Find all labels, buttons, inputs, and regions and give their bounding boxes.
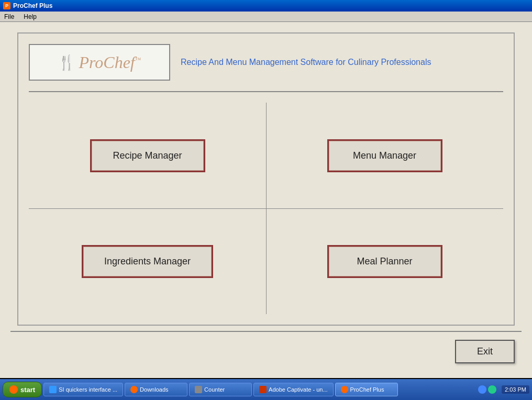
ie-taskbar-icon: [49, 386, 57, 393]
taskbar-item-counter[interactable]: Counter: [189, 383, 252, 396]
network-icon: [478, 385, 486, 394]
windows-icon: [9, 385, 18, 394]
help-menu[interactable]: Help: [21, 13, 39, 21]
header-section: 🍴 ProChef™ Recipe And Menu Management So…: [29, 44, 503, 81]
taskbar-item-captivate[interactable]: Adobe Captivate - un...: [253, 383, 334, 396]
taskbar: start SI quickers interface ... Download…: [0, 379, 532, 400]
footer-divider: [10, 331, 522, 332]
taskbar-item-counter-label: Counter: [204, 386, 225, 393]
whatsapp-icon: [488, 385, 496, 394]
clock: 2:03 PM: [502, 385, 529, 394]
taskbar-item-prochef-label: ProChef Plus: [350, 386, 384, 393]
taskbar-item-si[interactable]: SI quickers interface ...: [43, 383, 123, 396]
taskbar-item-downloads[interactable]: Downloads: [125, 383, 187, 396]
logo-box: 🍴 ProChef™: [29, 44, 170, 81]
subtitle-text: Recipe And Menu Management Software for …: [181, 58, 431, 67]
menu-bar: File Help: [0, 12, 532, 22]
header-divider: [29, 91, 503, 92]
fork-icon: 🍴: [58, 54, 76, 71]
menu-manager-button[interactable]: Menu Manager: [327, 139, 442, 172]
app-icon: P: [3, 2, 10, 9]
meal-planner-button[interactable]: Meal Planner: [327, 245, 442, 278]
content-panel: 🍴 ProChef™ Recipe And Menu Management So…: [17, 32, 515, 326]
ingredients-manager-button[interactable]: Ingredients Manager: [82, 245, 213, 278]
taskbar-right: 2:03 PM: [478, 385, 529, 394]
quadrant-bottom-left: Ingredients Manager: [29, 208, 266, 314]
quadrant-top-right: Menu Manager: [266, 103, 503, 208]
start-button[interactable]: start: [3, 382, 42, 397]
logo-text: ProChef™: [79, 53, 141, 72]
exit-button[interactable]: Exit: [455, 340, 515, 363]
system-tray-icons: [478, 385, 496, 394]
prochef-taskbar-icon: [341, 386, 348, 393]
firefox-taskbar-icon: [130, 386, 138, 393]
captivate-taskbar-icon: [259, 386, 267, 393]
recipe-manager-button[interactable]: Recipe Manager: [90, 139, 205, 172]
taskbar-item-si-label: SI quickers interface ...: [59, 386, 117, 393]
taskbar-item-downloads-label: Downloads: [140, 386, 168, 393]
quadrant-top-left: Recipe Manager: [29, 103, 266, 208]
file-menu[interactable]: File: [2, 13, 16, 21]
main-window: 🍴 ProChef™ Recipe And Menu Management So…: [0, 22, 532, 378]
title-bar-text: ProChef Plus: [13, 2, 52, 9]
taskbar-item-prochef[interactable]: ProChef Plus: [335, 383, 398, 396]
exit-area: Exit: [17, 337, 515, 366]
button-grid: Recipe Manager Menu Manager Ingredients …: [29, 103, 503, 314]
counter-taskbar-icon: [195, 386, 202, 393]
taskbar-item-captivate-label: Adobe Captivate - un...: [269, 386, 328, 393]
horizontal-divider: [29, 208, 503, 209]
quadrant-bottom-right: Meal Planner: [266, 208, 503, 314]
title-bar: P ProChef Plus: [0, 0, 532, 12]
start-label: start: [20, 386, 35, 394]
